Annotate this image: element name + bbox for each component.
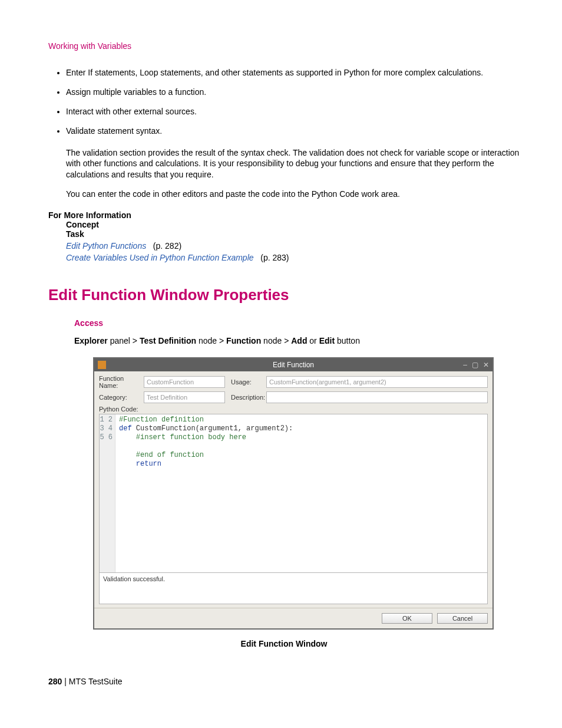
python-code-editor[interactable]: 1 2 3 4 5 6 #Function definition def Cus… (99, 414, 488, 573)
code-text[interactable]: #Function definition def CustomFunction(… (115, 414, 296, 572)
description-label: Description: (231, 394, 266, 401)
category-input[interactable]: Test Definition (144, 391, 225, 403)
body-paragraph: The validation section provides the resu… (66, 147, 520, 181)
list-item: Enter If statements, Loop statements, an… (66, 67, 520, 78)
list-item: Interact with other external sources. (66, 106, 520, 117)
page-footer: 280 | MTS TestSuite (48, 677, 520, 686)
edit-function-dialog: Edit Function – ▢ ✕ Function Name: Custo… (93, 357, 494, 630)
section-heading: Edit Function Window Properties (48, 286, 520, 304)
category-label: Category: (99, 394, 144, 401)
body-paragraph: You can enter the code in other editors … (66, 189, 520, 200)
figure-caption: Edit Function Window (48, 639, 520, 648)
python-code-label: Python Code: (99, 406, 488, 413)
list-item: Assign multiple variables to a function. (66, 87, 520, 98)
page-header-link: Working with Variables (48, 41, 520, 51)
usage-label: Usage: (231, 378, 266, 386)
line-gutter: 1 2 3 4 5 6 (100, 414, 115, 572)
fmi-task: Task (66, 229, 520, 239)
fmi-link-page: (p. 283) (256, 253, 289, 262)
ok-button[interactable]: OK (382, 613, 432, 624)
fmi-link[interactable]: Create Variables Used in Python Function… (66, 253, 254, 262)
dialog-title: Edit Function (273, 361, 314, 369)
close-icon[interactable]: ✕ (483, 361, 489, 369)
usage-input[interactable]: CustomFunction(argument1, argument2) (266, 376, 488, 388)
minimize-icon[interactable]: – (463, 361, 467, 369)
access-breadcrumb: Explorer panel > Test Definition node > … (74, 336, 520, 345)
description-input[interactable] (266, 391, 488, 403)
for-more-info: For More Information Concept Task Edit P… (48, 210, 520, 262)
dialog-titlebar: Edit Function – ▢ ✕ (94, 358, 492, 371)
bullet-list: Enter If statements, Loop statements, an… (66, 67, 520, 137)
fmi-title: For More Information (48, 210, 520, 220)
list-item: Validate statement syntax. (66, 126, 520, 137)
function-name-label: Function Name: (99, 375, 144, 389)
maximize-icon[interactable]: ▢ (472, 361, 478, 369)
fmi-concept: Concept (66, 220, 520, 229)
cancel-button[interactable]: Cancel (437, 613, 488, 624)
validation-output: Validation successful. (99, 573, 488, 604)
fmi-link[interactable]: Edit Python Functions (66, 241, 146, 251)
fmi-link-page: (p. 282) (148, 241, 181, 251)
function-name-input[interactable]: CustomFunction (144, 376, 225, 388)
access-label: Access (74, 318, 520, 328)
app-icon (98, 361, 106, 369)
